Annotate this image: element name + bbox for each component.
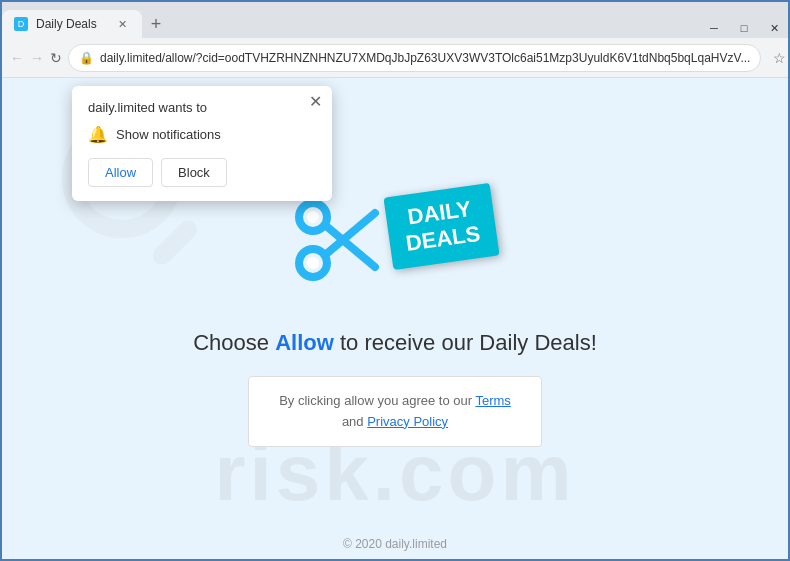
maximize-button[interactable]: □ [730,18,758,38]
show-notifications-text: Show notifications [116,127,221,142]
headline-allow: Allow [275,330,334,355]
page-content: DAILY DEALS Choose Allow to receive our … [193,190,597,448]
terms-line1: By clicking allow you agree to our Terms [279,391,511,412]
tab-favicon: D [14,17,28,31]
privacy-link[interactable]: Privacy Policy [367,414,448,429]
svg-point-5 [307,211,319,223]
webpage: risk.com DAILY DEALS [2,78,788,559]
bookmark-button[interactable]: ☆ [767,46,790,70]
allow-button[interactable]: Allow [88,158,153,187]
footer: © 2020 daily.limited [2,537,788,551]
block-button[interactable]: Block [161,158,227,187]
terms-link[interactable]: Terms [475,393,510,408]
deals-badge: DAILY DEALS [384,183,500,270]
scissors-icon [295,195,385,285]
address-bar-row: ← → ↻ 🔒 daily.limited/allow/?cid=oodTVHZ… [2,38,788,78]
address-actions: ☆ ⋮ [767,46,790,70]
hero-graphic: DAILY DEALS [295,190,495,310]
new-tab-button[interactable]: + [142,10,170,38]
browser-window: D Daily Deals ✕ + ─ □ ✕ ← → ↻ 🔒 daily.li… [0,0,790,561]
popup-notification-row: 🔔 Show notifications [88,125,316,144]
headline: Choose Allow to receive our Daily Deals! [193,330,597,356]
close-button[interactable]: ✕ [760,18,788,38]
bell-icon: 🔔 [88,125,108,144]
active-tab[interactable]: D Daily Deals ✕ [2,10,142,38]
lock-icon: 🔒 [79,51,94,65]
svg-point-6 [307,257,319,269]
headline-suffix: to receive our Daily Deals! [334,330,597,355]
window-controls: ─ □ ✕ [700,18,788,38]
notification-popup: ✕ daily.limited wants to 🔔 Show notifica… [72,86,332,201]
minimize-button[interactable]: ─ [700,18,728,38]
back-button[interactable]: ← [10,44,24,72]
terms-box: By clicking allow you agree to our Terms… [248,376,542,448]
popup-close-button[interactable]: ✕ [309,94,322,110]
tab-close-button[interactable]: ✕ [114,16,130,32]
address-bar[interactable]: 🔒 daily.limited/allow/?cid=oodTVHZRHNZNH… [68,44,761,72]
headline-prefix: Choose [193,330,275,355]
url-text: daily.limited/allow/?cid=oodTVHZRHNZNHNZ… [100,51,750,65]
tab-title: Daily Deals [36,17,97,31]
popup-buttons: Allow Block [88,158,316,187]
refresh-button[interactable]: ↻ [50,44,62,72]
terms-line2: and Privacy Policy [279,412,511,433]
popup-title: daily.limited wants to [88,100,316,115]
forward-button[interactable]: → [30,44,44,72]
